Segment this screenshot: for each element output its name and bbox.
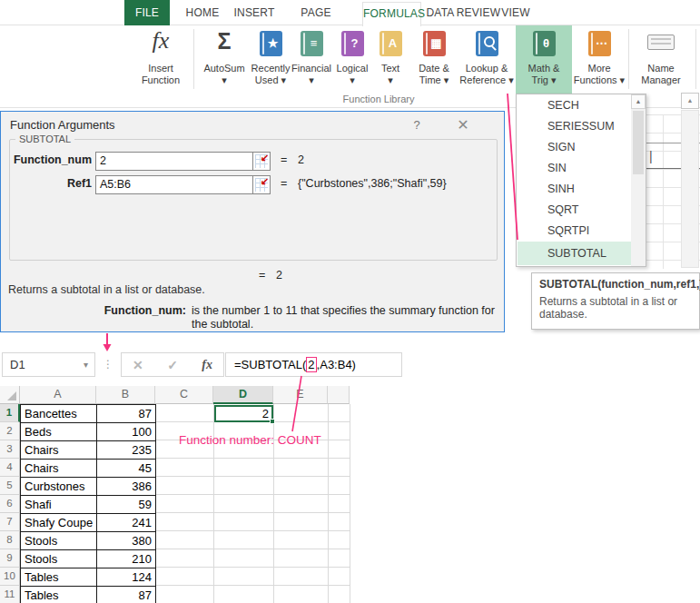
dialog-close-button[interactable]: ✕ — [453, 116, 473, 133]
row-header-9[interactable]: 9 — [0, 549, 20, 568]
cell-b9[interactable]: 210 — [97, 550, 156, 568]
menu-item-sqrt[interactable]: SQRT — [518, 200, 631, 221]
cell-a2[interactable]: Beds — [21, 423, 97, 441]
cell-a4[interactable]: Chairs — [21, 460, 97, 478]
dialog-title: Function Arguments — [10, 118, 115, 132]
cell-a9[interactable]: Stools — [21, 550, 97, 568]
row-header-5[interactable]: 5 — [0, 477, 20, 495]
gridline — [328, 404, 329, 603]
select-all-corner[interactable] — [0, 386, 20, 404]
range-picker-icon[interactable] — [252, 152, 271, 171]
row-header-3[interactable]: 3 — [0, 440, 20, 459]
cell-b6[interactable]: 59 — [97, 496, 156, 514]
menu-item-sinh[interactable]: SINH — [518, 179, 631, 200]
ref1-label: Ref1 — [6, 177, 92, 190]
cell-a5[interactable]: Curbstones — [21, 478, 97, 496]
row-header-8[interactable]: 8 — [0, 531, 20, 549]
cell-b4[interactable]: 45 — [97, 460, 156, 478]
cell-b11[interactable]: 87 — [97, 587, 156, 603]
cell-a7[interactable]: Shafy Coupe — [21, 514, 97, 532]
insert-function-fx-icon[interactable]: fx — [202, 358, 212, 372]
name-manager-icon — [647, 35, 675, 50]
dialog-help-button[interactable]: ? — [408, 118, 426, 132]
menu-item-seriessum[interactable]: SERIESSUM — [518, 116, 631, 137]
function-num-input[interactable]: 2 — [95, 152, 253, 171]
worksheet-scroll-up-button[interactable]: ▲ — [681, 93, 699, 109]
row-header-1[interactable]: 1 — [0, 404, 20, 422]
column-header-c[interactable]: C — [155, 386, 213, 404]
autosum-button[interactable]: Σ AutoSum ▾ — [200, 25, 249, 94]
row-header-4[interactable]: 4 — [0, 459, 20, 477]
menu-item-sqrtpi[interactable]: SQRTPI — [518, 221, 631, 242]
worksheet-scrollbar-track[interactable] — [681, 110, 699, 268]
column-header-b[interactable]: B — [96, 386, 155, 404]
row-header-11[interactable]: 11 — [0, 586, 20, 603]
cell-a10[interactable]: Tables — [21, 568, 97, 587]
ellipsis-icon: ⋯ — [596, 36, 607, 50]
column-header-d[interactable]: D — [213, 386, 273, 404]
dropdown-scroll-up-icon[interactable]: ▲ — [631, 94, 646, 109]
tooltip-body: Returns a subtotal in a list or database… — [539, 295, 692, 321]
ribbon-tab-bar: FILE HOME INSERT PAGE LAYOUT FORMULAS DA… — [0, 0, 700, 25]
cell-b1[interactable]: 87 — [97, 405, 156, 423]
math-trig-button[interactable]: θ Math & Trig ▾ — [516, 25, 572, 94]
tab-page-layout[interactable]: PAGE LAYOUT — [278, 0, 354, 25]
row-header-7[interactable]: 7 — [0, 513, 20, 531]
math-trig-icon: θ — [533, 31, 556, 56]
row-header-6[interactable]: 6 — [0, 495, 20, 513]
cell-a3[interactable]: Chairs — [21, 441, 97, 460]
button-label: Reference ▾ — [459, 74, 514, 85]
column-header-e[interactable]: E — [273, 386, 328, 404]
cell-a11[interactable]: Tables — [21, 587, 97, 603]
fill-handle[interactable] — [270, 419, 275, 424]
insert-function-icon: fx — [133, 25, 188, 56]
chevron-down-icon[interactable]: ▾ — [84, 353, 88, 376]
menu-item-subtotal[interactable]: SUBTOTAL — [518, 242, 631, 265]
cancel-icon[interactable]: ✕ — [133, 358, 143, 372]
row-header-2[interactable]: 2 — [0, 422, 20, 440]
column-header-f[interactable] — [328, 386, 350, 404]
logical-button[interactable]: ? Logical ▾ — [332, 25, 372, 94]
cell-a1[interactable]: Bancettes — [21, 405, 97, 423]
financial-button[interactable]: ≡ Financial ▾ — [289, 25, 334, 94]
cell-b5[interactable]: 386 — [97, 478, 156, 496]
menu-item-sin[interactable]: SIN — [518, 158, 631, 179]
cell-a6[interactable]: Shafi — [21, 496, 97, 514]
tab-view[interactable]: VIEW — [494, 0, 537, 25]
excel-window: FILE HOME INSERT PAGE LAYOUT FORMULAS DA… — [0, 0, 700, 603]
tab-home[interactable]: HOME — [180, 0, 225, 25]
dropdown-scroll-thumb[interactable] — [633, 111, 644, 174]
function-tooltip: SUBTOTAL(function_num,ref1,) Returns a s… — [531, 272, 700, 330]
enter-icon[interactable]: ✓ — [167, 358, 178, 372]
more-functions-button[interactable]: ⋯ More Functions ▾ — [572, 25, 626, 94]
cell-a8[interactable]: Stools — [21, 532, 97, 550]
tab-insert[interactable]: INSERT — [229, 0, 280, 25]
date-time-icon: ▦ — [423, 31, 446, 56]
tab-formulas[interactable]: FORMULAS — [362, 2, 421, 26]
cell-b8[interactable]: 380 — [97, 532, 156, 550]
selected-cell-d1[interactable]: 2 — [214, 405, 273, 422]
cell-b7[interactable]: 241 — [97, 514, 156, 532]
lookup-reference-button[interactable]: Lookup & Reference ▾ — [459, 25, 514, 94]
text-button[interactable]: A Text ▾ — [372, 25, 409, 94]
insert-function-button[interactable]: fx Insert Function — [133, 25, 188, 94]
dropdown-scrollbar[interactable]: ▲ — [631, 94, 646, 266]
cell-b2[interactable]: 100 — [97, 423, 156, 441]
ref1-input[interactable]: A5:B6 — [95, 175, 253, 194]
param-help-text: is the number 1 to 11 that specifies the… — [192, 304, 497, 331]
formula-input[interactable]: =SUBTOTAL(2,A3:B4) — [225, 352, 402, 377]
button-label: Functions ▾ — [572, 74, 626, 85]
cell-b10[interactable]: 124 — [97, 568, 156, 587]
data-table: Bancettes87 Beds100 Chairs235 Chairs45 C… — [20, 404, 156, 603]
cell-b3[interactable]: 235 — [97, 441, 156, 460]
range-picker-icon[interactable] — [252, 175, 271, 194]
name-manager-button[interactable]: Name Manager — [632, 25, 690, 94]
name-box[interactable]: D1 ▾ — [2, 352, 95, 377]
column-header-a[interactable]: A — [20, 386, 96, 404]
tab-file[interactable]: FILE — [124, 0, 170, 25]
menu-item-sign[interactable]: SIGN — [518, 137, 631, 158]
menu-item-sech[interactable]: SECH — [518, 95, 631, 116]
text-cursor: | — [649, 149, 653, 163]
row-header-10[interactable]: 10 — [0, 568, 20, 586]
date-time-button[interactable]: ▦ Date & Time ▾ — [410, 25, 458, 94]
